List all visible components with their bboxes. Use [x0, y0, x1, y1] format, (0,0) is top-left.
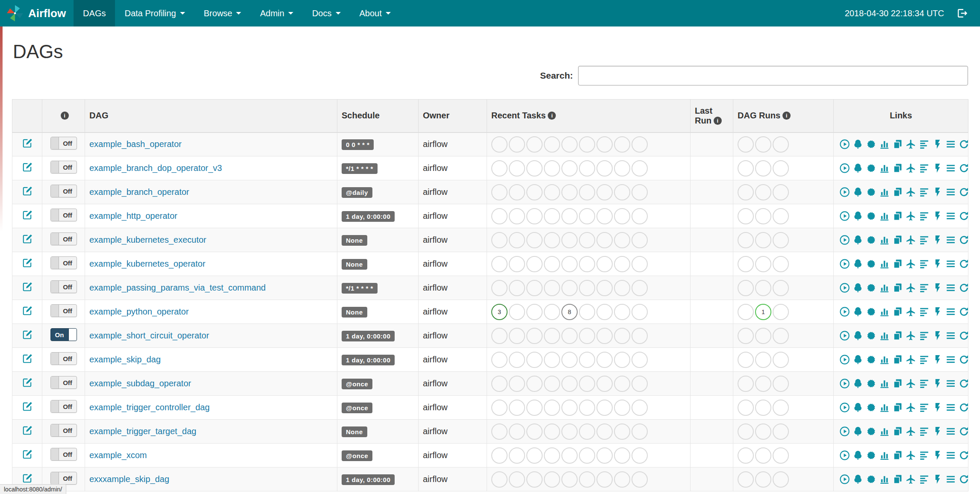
refresh-icon[interactable]: [959, 235, 968, 245]
nav-item-browse[interactable]: Browse: [195, 0, 251, 26]
task-tries-icon[interactable]: [892, 474, 903, 485]
landing-times-icon[interactable]: [906, 354, 916, 365]
nav-item-admin[interactable]: Admin: [251, 0, 303, 26]
landing-times-icon[interactable]: [906, 187, 916, 197]
task-duration-icon[interactable]: [879, 378, 890, 389]
pause-toggle[interactable]: Off: [50, 424, 77, 437]
tree-view-icon[interactable]: [853, 402, 863, 413]
edit-dag-icon[interactable]: [22, 425, 33, 436]
code-view-icon[interactable]: [932, 354, 943, 365]
tree-view-icon[interactable]: [853, 474, 863, 485]
recent-task-circle[interactable]: 3: [491, 304, 508, 320]
pause-toggle[interactable]: Off: [50, 137, 77, 150]
landing-times-icon[interactable]: [906, 306, 916, 317]
gantt-view-icon[interactable]: [919, 426, 930, 437]
trigger-dag-icon[interactable]: [839, 474, 850, 485]
dag-name-link[interactable]: example_short_circuit_operator: [89, 331, 209, 340]
gantt-view-icon[interactable]: [919, 354, 930, 365]
refresh-icon[interactable]: [959, 187, 968, 197]
logs-icon[interactable]: [945, 402, 956, 413]
task-tries-icon[interactable]: [892, 378, 903, 389]
code-view-icon[interactable]: [932, 378, 943, 389]
landing-times-icon[interactable]: [906, 378, 916, 389]
graph-view-icon[interactable]: [866, 259, 877, 269]
gantt-view-icon[interactable]: [919, 259, 930, 269]
logs-icon[interactable]: [945, 139, 956, 150]
code-view-icon[interactable]: [932, 211, 943, 221]
refresh-icon[interactable]: [959, 450, 968, 461]
graph-view-icon[interactable]: [866, 235, 877, 245]
task-tries-icon[interactable]: [892, 426, 903, 437]
edit-dag-icon[interactable]: [22, 138, 33, 149]
task-duration-icon[interactable]: [879, 139, 890, 150]
gantt-view-icon[interactable]: [919, 306, 930, 317]
gantt-view-icon[interactable]: [919, 402, 930, 413]
graph-view-icon[interactable]: [866, 282, 877, 293]
task-tries-icon[interactable]: [892, 282, 903, 293]
graph-view-icon[interactable]: [866, 426, 877, 437]
landing-times-icon[interactable]: [906, 282, 916, 293]
search-input[interactable]: [578, 66, 968, 85]
pause-toggle[interactable]: Off: [50, 472, 77, 485]
dag-name-link[interactable]: example_subdag_operator: [89, 379, 191, 388]
pause-toggle[interactable]: Off: [50, 185, 77, 197]
logs-icon[interactable]: [945, 259, 956, 269]
task-tries-icon[interactable]: [892, 139, 903, 150]
graph-view-icon[interactable]: [866, 354, 877, 365]
task-duration-icon[interactable]: [879, 187, 890, 197]
task-duration-icon[interactable]: [879, 402, 890, 413]
dag-name-link[interactable]: exxxample_skip_dag: [89, 474, 169, 484]
task-duration-icon[interactable]: [879, 330, 890, 341]
task-duration-icon[interactable]: [879, 450, 890, 461]
code-view-icon[interactable]: [932, 306, 943, 317]
task-tries-icon[interactable]: [892, 306, 903, 317]
dag-name-link[interactable]: example_passing_params_via_test_command: [89, 283, 266, 292]
edit-dag-icon[interactable]: [22, 305, 33, 316]
edit-dag-icon[interactable]: [22, 377, 33, 388]
landing-times-icon[interactable]: [906, 474, 916, 485]
trigger-dag-icon[interactable]: [839, 187, 850, 197]
code-view-icon[interactable]: [932, 402, 943, 413]
refresh-icon[interactable]: [959, 282, 968, 293]
logs-icon[interactable]: [945, 450, 956, 461]
task-duration-icon[interactable]: [879, 306, 890, 317]
trigger-dag-icon[interactable]: [839, 235, 850, 245]
refresh-icon[interactable]: [959, 139, 968, 150]
nav-item-data-profiling[interactable]: Data Profiling: [115, 0, 194, 26]
graph-view-icon[interactable]: [866, 330, 877, 341]
trigger-dag-icon[interactable]: [839, 378, 850, 389]
dag-name-link[interactable]: example_kubernetes_executor: [89, 235, 207, 244]
logs-icon[interactable]: [945, 235, 956, 245]
graph-view-icon[interactable]: [866, 378, 877, 389]
pause-toggle[interactable]: Off: [50, 400, 77, 413]
dag-name-link[interactable]: example_kubernetes_operator: [89, 259, 205, 268]
dag-name-link[interactable]: example_branch_dop_operator_v3: [89, 163, 222, 173]
tree-view-icon[interactable]: [853, 330, 863, 341]
tree-view-icon[interactable]: [853, 306, 863, 317]
task-duration-icon[interactable]: [879, 354, 890, 365]
trigger-dag-icon[interactable]: [839, 354, 850, 365]
refresh-icon[interactable]: [959, 163, 968, 173]
code-view-icon[interactable]: [932, 259, 943, 269]
pause-toggle[interactable]: On: [50, 328, 77, 341]
nav-item-docs[interactable]: Docs: [303, 0, 350, 26]
pause-toggle[interactable]: Off: [50, 448, 77, 461]
dag-name-link[interactable]: example_trigger_target_dag: [89, 426, 196, 436]
logs-icon[interactable]: [945, 282, 956, 293]
tree-view-icon[interactable]: [853, 282, 863, 293]
logs-icon[interactable]: [945, 211, 956, 221]
edit-dag-icon[interactable]: [22, 449, 33, 460]
landing-times-icon[interactable]: [906, 163, 916, 173]
logs-icon[interactable]: [945, 354, 956, 365]
gantt-view-icon[interactable]: [919, 330, 930, 341]
task-duration-icon[interactable]: [879, 282, 890, 293]
logs-icon[interactable]: [945, 163, 956, 173]
dag-name-link[interactable]: example_http_operator: [89, 211, 177, 221]
gantt-view-icon[interactable]: [919, 211, 930, 221]
gantt-view-icon[interactable]: [919, 474, 930, 485]
nav-item-about[interactable]: About: [350, 0, 400, 26]
gantt-view-icon[interactable]: [919, 187, 930, 197]
landing-times-icon[interactable]: [906, 211, 916, 221]
gantt-view-icon[interactable]: [919, 163, 930, 173]
landing-times-icon[interactable]: [906, 139, 916, 150]
